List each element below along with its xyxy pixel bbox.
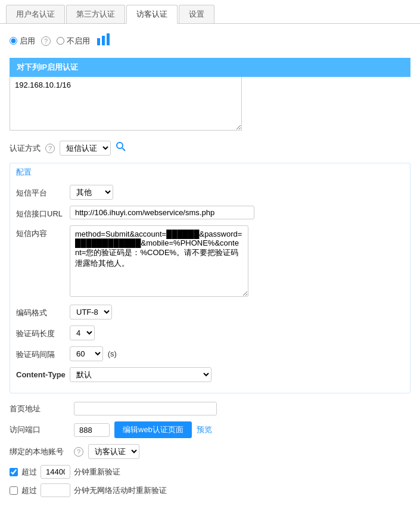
- main-content: 启用 ? 不启用 对下列IP启用认证 192.168.10.1/16 认证方式 …: [0, 24, 420, 510]
- bottom-section: 首页地址 访问端口 编辑web认证页面 预览 绑定的本地账号 ? 访客认证 其他…: [10, 402, 410, 497]
- sms-content-textarea[interactable]: method=Submit&account=██████&password=██…: [70, 225, 248, 297]
- tab-visitor[interactable]: 访客认证: [126, 5, 178, 24]
- disable-radio[interactable]: [57, 37, 64, 45]
- sms-platform-label: 短信平台: [16, 185, 70, 198]
- enable-row: 启用 ? 不启用: [10, 32, 410, 49]
- code-interval-row: 验证码间隔 60 120 300 (s): [16, 346, 404, 361]
- config-title: 配置: [10, 163, 410, 180]
- content-type-select[interactable]: 默认 application/x-www-form-urlencoded: [70, 367, 211, 382]
- reauth-row-1: 超过 分钟重新验证: [10, 465, 410, 479]
- reauth-minutes-1[interactable]: [41, 465, 70, 479]
- code-length-label: 验证码长度: [16, 325, 70, 339]
- port-input[interactable]: [74, 423, 110, 437]
- tab-bar: 用户名认证 第三方认证 访客认证 设置: [0, 0, 420, 24]
- tab-thirdparty[interactable]: 第三方认证: [66, 5, 125, 23]
- ip-section: 对下列IP启用认证 192.168.10.1/16: [10, 58, 410, 132]
- code-interval-value: 60 120 300 (s): [70, 346, 404, 361]
- sms-url-label: 短信接口URL: [16, 206, 70, 219]
- bar-chart-svg: [96, 32, 113, 46]
- enable-radio[interactable]: [10, 37, 17, 45]
- sms-url-row: 短信接口URL: [16, 206, 404, 219]
- tab-settings[interactable]: 设置: [179, 5, 214, 23]
- auth-method-select[interactable]: 短信认证 邮件认证 无认证: [60, 141, 111, 156]
- homepage-row: 首页地址: [10, 402, 410, 415]
- access-port-label: 访问端口: [10, 424, 69, 435]
- bind-account-row: 绑定的本地账号 ? 访客认证 其他: [10, 444, 410, 459]
- tab-username[interactable]: 用户名认证: [6, 5, 65, 23]
- enable-radio-label[interactable]: 启用: [10, 36, 35, 46]
- reauth-label-2b: 分钟无网络活动时重新验证: [74, 485, 167, 496]
- svg-rect-1: [102, 36, 105, 45]
- reauth-label-2a: 超过: [21, 485, 37, 496]
- bind-account-select[interactable]: 访客认证 其他: [88, 444, 139, 459]
- config-body: 短信平台 其他 阿里云 腾讯云 短信接口URL 短信内容: [10, 180, 410, 393]
- homepage-label: 首页地址: [10, 404, 69, 414]
- ip-header: 对下列IP启用认证: [10, 58, 410, 77]
- auth-method-help-icon[interactable]: ?: [45, 144, 55, 153]
- svg-rect-2: [107, 33, 110, 45]
- reauth-row-2: 超过 分钟无网络活动时重新验证: [10, 483, 410, 497]
- sms-platform-row: 短信平台 其他 阿里云 腾讯云: [16, 185, 404, 200]
- svg-line-4: [122, 148, 125, 151]
- config-section: 配置 短信平台 其他 阿里云 腾讯云 短信接口URL: [10, 163, 410, 393]
- enable-label: 启用: [20, 36, 35, 46]
- code-length-select[interactable]: 4 6 8: [70, 325, 95, 340]
- chart-icon[interactable]: [96, 32, 113, 49]
- reauth-checkbox-2[interactable]: [10, 486, 18, 495]
- search-button[interactable]: [116, 141, 126, 155]
- ip-textarea[interactable]: 192.168.10.1/16: [10, 77, 242, 131]
- search-icon: [116, 141, 126, 152]
- sms-content-label: 短信内容: [16, 225, 70, 239]
- code-length-row: 验证码长度 4 6 8: [16, 325, 404, 340]
- sms-url-value: [70, 206, 404, 219]
- enable-help-icon[interactable]: ?: [41, 36, 51, 46]
- homepage-input[interactable]: [74, 402, 217, 415]
- disable-radio-label[interactable]: 不启用: [57, 36, 90, 46]
- code-interval-unit: (s): [108, 349, 117, 358]
- sms-platform-value: 其他 阿里云 腾讯云: [70, 185, 404, 200]
- encoding-label: 编码格式: [16, 305, 70, 318]
- encoding-row: 编码格式 UTF-8 GBK: [16, 305, 404, 320]
- content-type-row: Content-Type 默认 application/x-www-form-u…: [16, 367, 404, 382]
- access-port-row: 访问端口 编辑web认证页面 预览: [10, 421, 410, 438]
- sms-platform-select[interactable]: 其他 阿里云 腾讯云: [70, 185, 113, 200]
- reauth-minutes-2[interactable]: [41, 483, 70, 497]
- reauth-checkbox-1[interactable]: [10, 468, 18, 476]
- edit-web-auth-button[interactable]: 编辑web认证页面: [114, 421, 192, 438]
- svg-rect-0: [97, 38, 100, 45]
- svg-point-3: [117, 142, 123, 148]
- bind-account-label: 绑定的本地账号: [10, 446, 69, 457]
- disable-label: 不启用: [67, 36, 90, 46]
- auth-method-label: 认证方式: [10, 143, 41, 154]
- content-type-value: 默认 application/x-www-form-urlencoded: [70, 367, 404, 382]
- sms-url-input[interactable]: [70, 206, 254, 219]
- auth-method-row: 认证方式 ? 短信认证 邮件认证 无认证: [10, 141, 410, 156]
- encoding-select[interactable]: UTF-8 GBK: [70, 305, 112, 320]
- code-interval-select[interactable]: 60 120 300: [70, 346, 103, 361]
- code-length-value: 4 6 8: [70, 325, 404, 340]
- preview-button[interactable]: 预览: [197, 424, 212, 435]
- sms-content-row: 短信内容 method=Submit&account=██████&passwo…: [16, 225, 404, 299]
- sms-content-value: method=Submit&account=██████&password=██…: [70, 225, 404, 299]
- bind-account-help-icon[interactable]: ?: [74, 447, 83, 457]
- reauth-label-1b: 分钟重新验证: [74, 467, 120, 477]
- content-type-label: Content-Type: [16, 367, 70, 379]
- reauth-label-1a: 超过: [21, 467, 37, 477]
- encoding-value: UTF-8 GBK: [70, 305, 404, 320]
- code-interval-label: 验证码间隔: [16, 346, 70, 360]
